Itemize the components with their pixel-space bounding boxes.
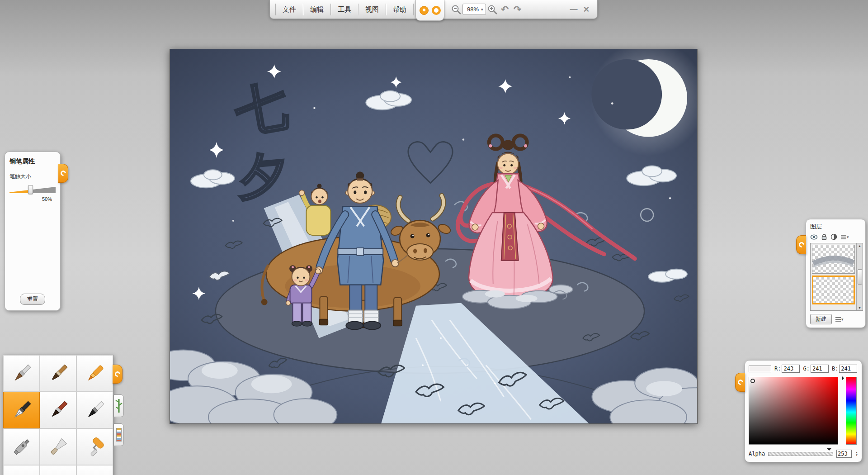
brush-tool-paint-tube[interactable] <box>3 465 40 475</box>
layer-blend-button[interactable] <box>830 233 837 240</box>
magnifier-minus-icon <box>451 4 462 15</box>
eye-icon <box>810 234 818 240</box>
airbrush-icon <box>10 435 33 459</box>
menu-help[interactable]: 帮助 <box>387 0 412 19</box>
marker-icon <box>83 362 107 385</box>
paint-tube-icon <box>10 472 33 475</box>
alpha-input[interactable] <box>836 450 852 458</box>
brush-tool-airbrush[interactable] <box>3 428 40 465</box>
app-logo-tab[interactable] <box>415 0 444 21</box>
red-input[interactable] <box>782 365 800 373</box>
brush-tool-marker[interactable] <box>76 355 113 392</box>
menu-view[interactable]: 视图 <box>359 0 385 19</box>
brush-tool-ink-brush[interactable] <box>76 392 113 428</box>
layers-scrollbar[interactable]: ▲ ▼ <box>856 243 863 310</box>
undo-button[interactable]: ↶ <box>499 3 511 16</box>
pen-panel-title: 钢笔属性 <box>9 157 56 166</box>
alpha-slider[interactable] <box>768 452 833 456</box>
stepper-down-icon[interactable]: ▼ <box>855 454 858 456</box>
round-brush-icon <box>47 399 70 422</box>
menu-file[interactable]: 文件 <box>277 0 302 19</box>
hue-marker[interactable] <box>842 376 846 380</box>
redo-icon: ↷ <box>514 4 522 15</box>
list-icon <box>840 234 847 240</box>
chevron-down-icon: ▾ <box>847 235 849 239</box>
minimize-button[interactable]: — <box>567 3 580 16</box>
brush-tool-pointed-brush[interactable] <box>3 355 40 392</box>
brush-tool-pen-selected[interactable] <box>3 392 40 428</box>
undo-icon: ↶ <box>501 4 509 15</box>
special-brush-texture-button[interactable] <box>113 423 124 446</box>
opencanvas-logo-icon <box>113 370 121 378</box>
toolbar-separator <box>275 4 276 15</box>
eraser-icon <box>83 472 107 475</box>
scrollbar-thumb[interactable] <box>858 269 862 285</box>
layer-menu-button[interactable]: ▾ <box>840 234 849 240</box>
layer-visibility-button[interactable] <box>810 234 818 240</box>
contrast-circle-icon <box>830 233 837 240</box>
layer-thumbnail-sketch <box>812 245 854 273</box>
redo-button[interactable]: ↷ <box>511 3 524 16</box>
chevron-down-icon: ▾ <box>481 7 483 12</box>
reset-button[interactable]: 重置 <box>20 294 45 305</box>
brush-size-value: 50% <box>9 196 56 202</box>
layer-item-sketch[interactable] <box>812 245 855 274</box>
brush-tool-paint-roller[interactable] <box>76 428 113 465</box>
sketch-char-1: 七 <box>230 74 292 143</box>
quill-icon <box>47 472 70 475</box>
new-layer-button[interactable]: 新建 <box>810 314 832 324</box>
brush-tool-round-brush[interactable] <box>40 392 76 428</box>
pen-panel-handle[interactable] <box>58 164 68 183</box>
main-toolbar: 文件 编辑 工具 视图 帮助 98% ▾ <box>269 0 598 19</box>
palette-knife-icon <box>47 435 70 459</box>
special-brush-bamboo-button[interactable] <box>113 394 124 417</box>
brush-tool-eraser[interactable] <box>76 465 113 475</box>
brush-panel-handle[interactable] <box>113 365 123 384</box>
brush-size-slider[interactable] <box>9 185 56 194</box>
scroll-down-icon[interactable]: ▼ <box>858 306 861 309</box>
opencanvas-logo-icon <box>59 170 67 177</box>
menu-edit[interactable]: 编辑 <box>304 0 330 19</box>
layers-panel: 图层 ▾ <box>806 219 866 328</box>
pen-properties-panel: 钢笔属性 笔触大小 50% 重置 <box>5 152 61 311</box>
saturation-value-square[interactable] <box>749 377 838 445</box>
red-label: R: <box>774 366 781 372</box>
layer-item-current-selected[interactable] <box>812 276 855 304</box>
zoom-level-value: 98% <box>467 6 479 13</box>
menu-tools[interactable]: 工具 <box>332 0 357 19</box>
hue-bar[interactable] <box>846 377 857 445</box>
green-label: G: <box>803 366 809 372</box>
blue-input[interactable] <box>839 365 857 373</box>
drawing-canvas[interactable]: 七 夕 <box>170 49 698 424</box>
layer-options-button[interactable]: ▾ <box>835 317 844 322</box>
alpha-stepper[interactable]: ▲ ▼ <box>855 451 858 456</box>
scroll-up-icon[interactable]: ▲ <box>858 244 861 247</box>
opencanvas-logo-icon <box>797 241 805 249</box>
magnifier-plus-icon <box>487 4 498 15</box>
minimize-icon: — <box>570 5 578 14</box>
brush-tool-panel <box>3 355 113 475</box>
color-panel-handle[interactable] <box>735 373 745 392</box>
toolbar-separator <box>330 4 331 15</box>
zoom-in-button[interactable] <box>486 3 499 16</box>
zoom-level-select[interactable]: 98% ▾ <box>462 4 486 15</box>
brush-tool-palette-knife[interactable] <box>40 428 76 465</box>
brush-tool-flat-brush[interactable] <box>40 355 76 392</box>
paint-roller-icon <box>83 435 107 459</box>
layers-panel-handle[interactable] <box>796 235 806 254</box>
green-input[interactable] <box>811 365 829 373</box>
lock-icon <box>821 233 827 240</box>
slider-thumb[interactable] <box>28 185 33 194</box>
pointed-brush-icon <box>10 362 33 385</box>
alpha-slider-marker[interactable] <box>827 448 831 453</box>
brush-size-label: 笔触大小 <box>9 173 56 180</box>
brush-tool-quill[interactable] <box>40 465 76 475</box>
close-button[interactable]: × <box>580 3 593 16</box>
close-icon: × <box>584 4 590 15</box>
pen-nib-icon <box>10 399 33 422</box>
zoom-out-button[interactable] <box>450 3 462 16</box>
desktop: 七 夕 <box>0 0 868 475</box>
layer-lock-button[interactable] <box>821 233 827 240</box>
color-cursor[interactable] <box>750 379 755 383</box>
color-picker-panel: R: G: B: Alpha ▲ ▼ <box>745 360 862 462</box>
